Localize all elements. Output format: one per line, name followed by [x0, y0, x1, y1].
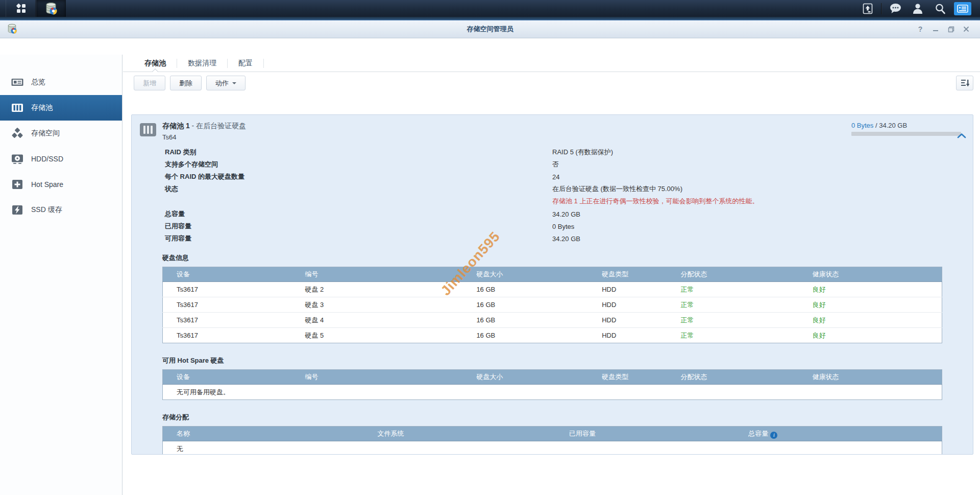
pool-status: 在后台验证硬盘: [196, 122, 246, 130]
sidebar-item-storage-pool[interactable]: 存储池: [0, 95, 122, 121]
window-controls: ?: [913, 20, 974, 38]
collapse-chevron-up-icon[interactable]: [957, 133, 966, 138]
disk-info-title: 硬盘信息: [162, 253, 942, 263]
used-capacity-link[interactable]: 0 Bytes: [851, 122, 873, 129]
content-area: 存储池 数据清理 配置 新增 删除: [123, 55, 980, 495]
taskbar-storage-manager-button[interactable]: [36, 0, 66, 17]
capacity-row: 已用容量 0 Bytes: [165, 220, 942, 232]
sidebar-item-overview[interactable]: 总览: [0, 69, 122, 95]
taskbar-divider: [881, 3, 882, 14]
close-icon[interactable]: [959, 23, 974, 35]
hot-spare-title: 可用 Hot Spare 硬盘: [162, 356, 942, 365]
pool-header: 存储池 1 - 在后台验证硬盘 Ts64 0 Bytes / 34.20 GB: [162, 122, 942, 146]
disk-info-table: 设备 编号 硬盘大小 硬盘类型 分配状态 健康状态 Ts3617硬盘 2 16 …: [162, 267, 942, 343]
warning-row: 存储池 1 上正在进行奇偶一致性校验，可能会影响到整个系统的性能。: [165, 195, 942, 207]
usage-progress-bar: [851, 132, 961, 136]
sort-button[interactable]: [956, 76, 973, 90]
pool-status-separator: -: [192, 122, 194, 130]
window-top-edge: [0, 17, 980, 20]
delete-button[interactable]: 删除: [170, 76, 202, 90]
table-header-row: 设备 编号 硬盘大小 硬盘类型 分配状态 健康状态: [163, 267, 942, 282]
overview-icon: [11, 76, 23, 88]
hot-spare-table: 设备 编号 硬盘大小 硬盘类型 分配状态 健康状态 无可用备用硬盘。: [162, 369, 942, 400]
table-row[interactable]: Ts3617硬盘 3 16 GBHDD 正常良好: [163, 297, 942, 313]
minimize-button[interactable]: [928, 23, 943, 35]
window-app-icon: [7, 23, 17, 34]
widgets-button[interactable]: [951, 2, 974, 15]
taskbar: [0, 0, 980, 17]
total-capacity-text: / 34.20 GB: [873, 122, 907, 129]
storage-manager-window: 存储空间管理员 ?: [0, 17, 980, 495]
storage-manager-icon: [44, 2, 58, 15]
sidebar-item-label: 存储池: [31, 103, 53, 112]
tab-bar: 存储池 数据清理 配置: [123, 55, 980, 72]
hdd-ssd-icon: [11, 153, 23, 165]
detail-row: RAID 类别 RAID 5 (有数据保护): [165, 146, 942, 158]
no-allocation-message: 无: [163, 441, 942, 455]
allocation-table: 名称 文件系统 已用容量 总容量i 无: [162, 426, 942, 455]
restore-button[interactable]: [943, 23, 959, 35]
tab-divider: [263, 59, 264, 68]
sidebar-item-hdd-ssd[interactable]: HDD/SSD: [0, 146, 122, 172]
sidebar-item-storage-volume[interactable]: 存储空间: [0, 121, 122, 146]
widgets-icon: [954, 2, 971, 15]
window-body: 总览 存储池 存储空间: [0, 55, 980, 495]
toolbar: 新增 删除 动作: [123, 72, 980, 94]
sidebar-item-label: HDD/SSD: [31, 155, 63, 163]
tab-data-scrubbing[interactable]: 数据清理: [177, 55, 227, 72]
table-row[interactable]: Ts3617硬盘 2 16 GBHDD 正常良好: [163, 282, 942, 297]
empty-row: 无可用备用硬盘。: [163, 385, 942, 400]
detail-row: 状态 在后台验证硬盘 (数据一致性检查中 75.00%): [165, 183, 942, 195]
empty-row: 无: [163, 441, 942, 455]
main-menu-button[interactable]: [6, 0, 36, 17]
chat-icon[interactable]: [884, 3, 906, 14]
add-button[interactable]: 新增: [134, 76, 165, 90]
sidebar: 总览 存储池 存储空间: [0, 55, 122, 495]
pool-title: 存储池 1 - 在后台验证硬盘: [162, 122, 942, 131]
window-titlebar[interactable]: 存储空间管理员 ?: [0, 20, 980, 38]
sidebar-item-label: 总览: [31, 78, 45, 87]
capacity-row: 可用容量 34.20 GB: [165, 232, 942, 245]
chevron-down-icon: [232, 82, 236, 84]
tab-storage-pool[interactable]: 存储池: [134, 55, 177, 72]
sidebar-item-label: SSD 缓存: [31, 205, 62, 215]
info-icon[interactable]: i: [770, 432, 777, 439]
table-header-row: 设备 编号 硬盘大小 硬盘类型 分配状态 健康状态: [163, 370, 942, 385]
help-button[interactable]: ?: [913, 23, 928, 35]
storage-volume-icon: [11, 127, 23, 139]
detail-row: 支持多个存储空间 否: [165, 158, 942, 171]
sort-descending-icon: [961, 79, 969, 87]
search-icon[interactable]: [929, 3, 951, 14]
ssd-cache-icon: [11, 204, 23, 216]
storage-pool-panel: 存储池 1 - 在后台验证硬盘 Ts64 0 Bytes / 34.20 GB: [131, 114, 973, 455]
table-row[interactable]: Ts3617硬盘 4 16 GBHDD 正常良好: [163, 313, 942, 328]
user-icon[interactable]: [906, 3, 929, 14]
allocation-title: 存储分配: [162, 413, 942, 422]
no-spare-message: 无可用备用硬盘。: [163, 385, 942, 400]
sidebar-item-label: 存储空间: [31, 129, 60, 138]
parity-check-warning: 存储池 1 上正在进行奇偶一致性校验，可能会影响到整个系统的性能。: [552, 197, 758, 206]
storage-pool-icon: [11, 102, 23, 114]
disk-array-icon: [140, 123, 156, 136]
hot-spare-icon: [11, 178, 23, 191]
pool-device-name: Ts64: [162, 133, 942, 141]
pool-name: 存储池 1: [162, 122, 190, 130]
pool-usage: 0 Bytes / 34.20 GB: [851, 122, 961, 136]
table-row[interactable]: Ts3617硬盘 5 16 GBHDD 正常良好: [163, 328, 942, 343]
sidebar-item-hot-spare[interactable]: Hot Spare: [0, 172, 122, 197]
external-device-icon[interactable]: [856, 3, 879, 15]
table-header-row: 名称 文件系统 已用容量 总容量i: [163, 427, 942, 441]
sidebar-item-ssd-cache[interactable]: SSD 缓存: [0, 197, 122, 223]
window-title: 存储空间管理员: [467, 25, 513, 34]
tab-configuration[interactable]: 配置: [228, 55, 263, 72]
action-dropdown-button[interactable]: 动作: [206, 76, 246, 90]
capacity-row: 总容量 34.20 GB: [165, 208, 942, 220]
taskbar-right-icons: [856, 0, 980, 17]
sidebar-item-label: Hot Spare: [31, 180, 63, 188]
detail-row: 每个 RAID 的最大硬盘数量 24: [165, 171, 942, 183]
app-grid-icon: [15, 3, 27, 14]
